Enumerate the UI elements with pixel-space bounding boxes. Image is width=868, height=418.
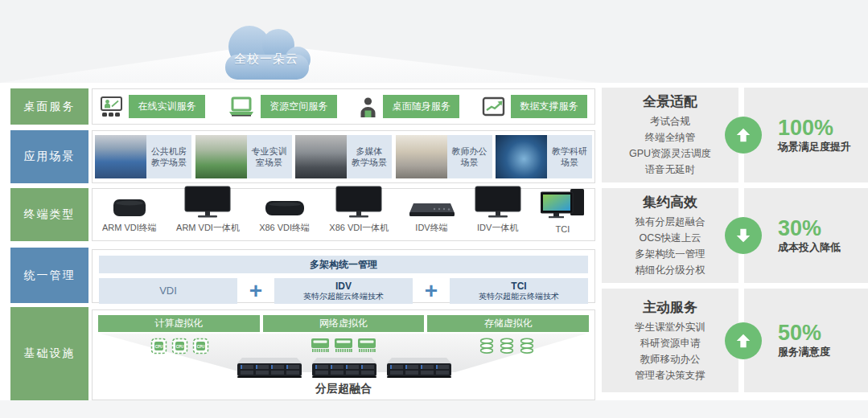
- svg-text:CPU: CPU: [155, 345, 163, 349]
- laptop-icon: [228, 96, 255, 117]
- stat-label: 成本投入降低: [778, 240, 868, 255]
- cpu-icon: CPU: [192, 338, 209, 354]
- scene-label: 公共机房 教学场景: [146, 135, 191, 178]
- rack-server-icon: [384, 356, 455, 379]
- scene-multimedia: 多媒体 教学场景: [295, 135, 392, 178]
- row-label-terminal-types: 终端类型: [10, 188, 88, 241]
- row-label-application-scenes: 应用场景: [10, 130, 88, 183]
- cloud-shape: 全校一朵云: [214, 21, 319, 80]
- stat-value: 30%: [778, 217, 868, 240]
- terminal-idv-aio: IDV一体机: [475, 186, 521, 234]
- classroom-icon: [100, 96, 123, 117]
- cloud-title: 全校一朵云: [214, 51, 319, 67]
- arrow-down-icon: [725, 217, 762, 254]
- plus-icon: +: [249, 280, 262, 302]
- rack-server-icon: [234, 356, 305, 379]
- chart-icon: [482, 96, 505, 117]
- memory-icon: [357, 338, 376, 353]
- row-label-unified-management: 统一管理: [10, 248, 88, 303]
- terminal-x86-vdi-aio: X86 VDI一体机: [329, 186, 389, 234]
- service-resource-space: 资源空间服务: [228, 95, 337, 118]
- idv-box: IDV 英特尔超能云终端技术: [274, 278, 413, 304]
- benefit-title: 主动服务: [602, 298, 738, 317]
- benefit-panel-adaptation: 全景适配 考试合规 终端全纳管 GPU资源灵活调度 语音无延时 100% 场景满…: [602, 88, 868, 182]
- svg-text:CPU: CPU: [176, 345, 184, 349]
- scene-training-room: 专业实训 室场景: [195, 135, 292, 178]
- row-label-desktop-services: 桌面服务: [10, 88, 88, 125]
- cpu-icon: CPU: [171, 338, 188, 354]
- monitor-icon: [335, 186, 382, 218]
- scene-label: 多媒体 教学场景: [347, 135, 392, 178]
- cpu-icon-group: CPU CPU CPU: [98, 338, 261, 354]
- unified-management-box: 多架构统一管理 VDI + IDV 英特尔超能云终端技术 + TCI 英特尔超能…: [92, 249, 595, 303]
- monitor-icon: [475, 186, 521, 218]
- disk-icon: [479, 338, 495, 354]
- benefit-panel-efficiency: 集约高效 独有分层超融合 OCS快速上云 多架构统一管理 精细化分级分权 30%…: [602, 188, 868, 283]
- service-data-support: 数据支撑服务: [482, 95, 587, 118]
- storage-virtualization-banner: 存储虚拟化: [427, 315, 589, 332]
- plus-icon: +: [425, 280, 438, 302]
- scene-research: 教学科研 场景: [496, 135, 592, 178]
- vdi-box: VDI: [99, 278, 237, 304]
- mini-pc-icon: [265, 198, 305, 218]
- service-online-training: 在线实训服务: [100, 95, 205, 118]
- application-scenes-box: 公共机房 教学场景 专业实训 室场景 多媒体 教学场景 教师办公 场景 教学科研…: [92, 130, 595, 183]
- memory-icon: [334, 338, 353, 353]
- network-virtualization-banner: 网络虚拟化: [263, 315, 425, 332]
- scene-public-lab: 公共机房 教学场景: [95, 135, 191, 178]
- ram-icon-group: [261, 338, 425, 354]
- infrastructure-box: 计算虚拟化 网络虚拟化 存储虚拟化 CPU CPU: [92, 309, 595, 400]
- stat-label: 服务满意度: [778, 345, 868, 359]
- stat-value: 50%: [778, 322, 868, 344]
- hyper-convergence-caption: 分层超融合: [93, 382, 594, 396]
- scene-photo-training-room: [195, 135, 247, 178]
- terminal-arm-vdi: ARM VDI终端: [102, 195, 157, 234]
- tci-box: TCI 英特尔超能云终端技术: [450, 278, 588, 304]
- row-label-infrastructure: 基础设施: [10, 307, 88, 400]
- rack-server-icon: [309, 356, 380, 379]
- benefit-panel-service: 主动服务 学生课堂外实训 科研资源申请 教师移动办公 管理者决策支撑 50% 服…: [602, 289, 868, 392]
- terminal-arm-vdi-aio: ARM VDI一体机: [176, 186, 240, 234]
- benefit-title: 全景适配: [602, 92, 738, 111]
- bottom-background-band: [0, 400, 868, 418]
- arrow-up-icon: [725, 322, 762, 359]
- person-icon: [359, 96, 377, 117]
- stat-label: 场景满足度提升: [778, 140, 868, 154]
- monitor-icon: [184, 186, 231, 218]
- school-cloud-diagram: 全校一朵云 桌面服务 应用场景 终端类型 统一管理 基础设施 在线实训服务: [0, 0, 868, 418]
- service-button: 资源空间服务: [261, 95, 337, 118]
- service-button: 在线实训服务: [129, 95, 205, 118]
- storage-icon-group: [426, 338, 589, 354]
- multi-arch-banner: 多架构统一管理: [99, 256, 588, 273]
- terminal-tci: TCI: [541, 188, 585, 234]
- scene-label: 教学科研 场景: [547, 135, 592, 178]
- desktop-services-box: 在线实训服务 资源空间服务 桌面随身服务: [92, 88, 595, 125]
- cpu-icon: CPU: [150, 338, 167, 354]
- memory-icon: [311, 338, 330, 353]
- terminal-x86-vdi: X86 VDI终端: [259, 198, 310, 234]
- terminal-types-box: ARM VDI终端 ARM VDI一体机 X86 VDI终端: [92, 188, 595, 241]
- slim-box-icon: [409, 202, 455, 218]
- compute-virtualization-banner: 计算虚拟化: [98, 315, 260, 332]
- scene-label: 教师办公 场景: [447, 135, 492, 178]
- svg-text:CPU: CPU: [197, 345, 205, 349]
- server-cluster: [234, 356, 455, 379]
- scene-label: 专业实训 室场景: [247, 135, 292, 178]
- scene-photo-multimedia-classroom: [295, 135, 347, 178]
- settop-box-icon: [112, 195, 147, 218]
- cloud-icon: [214, 21, 319, 80]
- service-button: 桌面随身服务: [383, 95, 459, 118]
- service-button: 数据支撑服务: [511, 95, 587, 118]
- disk-icon: [499, 338, 515, 354]
- benefit-title: 集约高效: [602, 193, 738, 211]
- arrow-up-icon: [725, 117, 762, 154]
- scene-photo-research: [496, 135, 547, 178]
- stat-value: 100%: [778, 117, 868, 139]
- scene-photo-office: [396, 135, 447, 178]
- desktop-pc-icon: [541, 188, 585, 220]
- service-portable-desktop: 桌面随身服务: [359, 95, 459, 118]
- scene-photo-computer-lab: [95, 135, 146, 178]
- disk-icon: [519, 338, 535, 354]
- terminal-idv: IDV终端: [409, 202, 455, 234]
- scene-teacher-office: 教师办公 场景: [396, 135, 492, 178]
